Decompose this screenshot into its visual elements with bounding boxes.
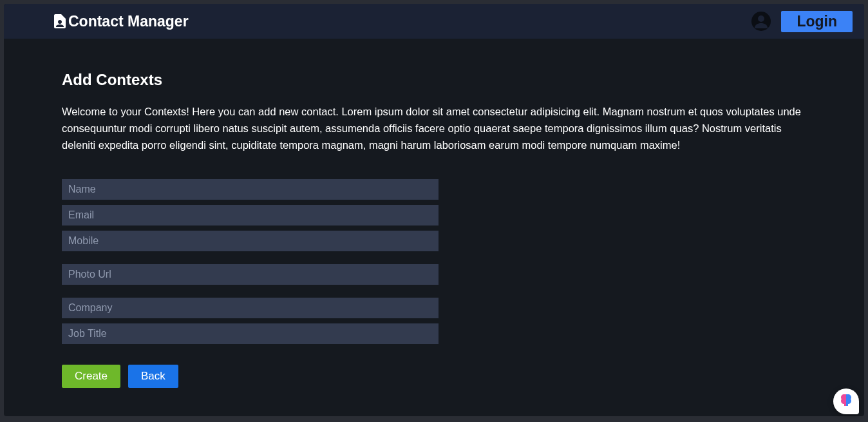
- user-avatar-icon[interactable]: [751, 12, 771, 31]
- name-field[interactable]: [62, 179, 439, 200]
- contact-card-icon: [54, 14, 66, 28]
- login-button[interactable]: Login: [781, 11, 853, 32]
- form-buttons: Create Back: [62, 365, 439, 388]
- page-description: Welcome to your Contexts! Here you can a…: [62, 103, 806, 153]
- brand[interactable]: Contact Manager: [54, 13, 189, 30]
- company-field[interactable]: [62, 298, 439, 318]
- photo-url-field[interactable]: [62, 264, 439, 285]
- assistant-floating-button[interactable]: [833, 388, 859, 414]
- brain-icon: [839, 393, 853, 410]
- page-title: Add Contexts: [62, 71, 806, 89]
- main-content: Add Contexts Welcome to your Contexts! H…: [4, 39, 864, 407]
- app-container: Contact Manager Login Add Contexts Welco…: [4, 4, 864, 416]
- mobile-field[interactable]: [62, 231, 439, 251]
- nav-right: Login: [751, 11, 853, 32]
- navbar: Contact Manager Login: [4, 4, 864, 39]
- create-button[interactable]: Create: [62, 365, 120, 388]
- email-field[interactable]: [62, 205, 439, 225]
- add-contact-form: Create Back: [62, 179, 439, 388]
- brand-text: Contact Manager: [68, 13, 189, 30]
- back-button[interactable]: Back: [128, 365, 178, 388]
- svg-point-1: [758, 15, 764, 22]
- job-title-field[interactable]: [62, 323, 439, 344]
